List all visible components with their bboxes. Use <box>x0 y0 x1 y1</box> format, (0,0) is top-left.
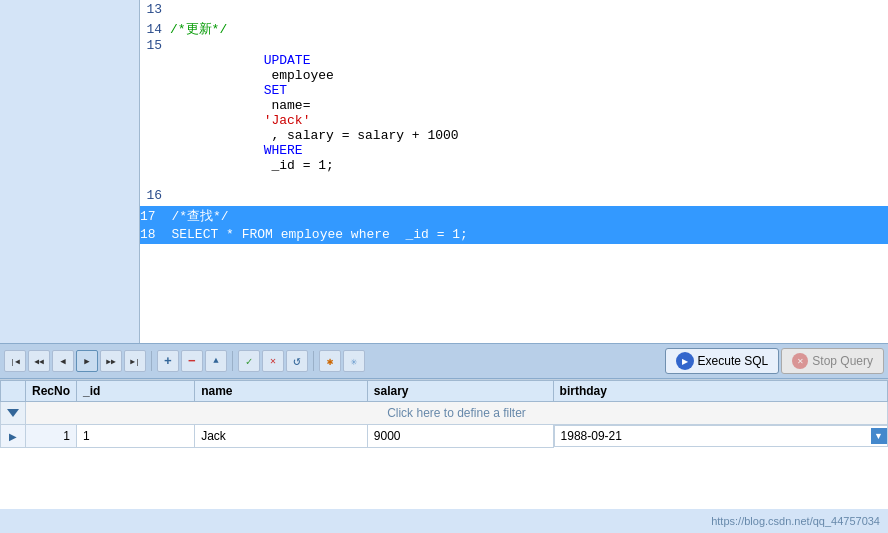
editor-panel: 13 14 /*更新*/ 15 UPDATE employee SET name <box>140 0 888 343</box>
app-container: 13 14 /*更新*/ 15 UPDATE employee SET name <box>0 0 888 533</box>
row-arrow-icon: ▶ <box>9 431 17 442</box>
status-url: https://blog.csdn.net/qq_44757034 <box>711 515 880 527</box>
cell-id: 1 <box>77 425 195 448</box>
move-up-button[interactable] <box>205 350 227 372</box>
toolbar: Execute SQL Stop Query <box>0 343 888 379</box>
next-next-button[interactable] <box>100 350 122 372</box>
stop-query-button[interactable]: Stop Query <box>781 348 884 374</box>
star2-button[interactable] <box>343 350 365 372</box>
code-line-14: 14 /*更新*/ <box>140 20 888 38</box>
col-header-id: _id <box>77 381 195 402</box>
stop-query-label: Stop Query <box>812 354 873 368</box>
refresh-button[interactable] <box>286 350 308 372</box>
toolbar-separator-1 <box>151 351 152 371</box>
col-header-salary: salary <box>367 381 553 402</box>
execute-sql-button[interactable]: Execute SQL <box>665 348 780 374</box>
prev-button[interactable] <box>52 350 74 372</box>
toolbar-separator-2 <box>232 351 233 371</box>
execute-icon <box>676 352 694 370</box>
add-record-button[interactable] <box>157 350 179 372</box>
bottom-status: https://blog.csdn.net/qq_44757034 <box>0 509 888 533</box>
data-table: RecNo _id name salary birthday Click her… <box>0 380 888 448</box>
results-area: RecNo _id name salary birthday Click her… <box>0 379 888 509</box>
cell-name: Jack <box>195 425 368 448</box>
prev-prev-button[interactable] <box>28 350 50 372</box>
code-line-15: 15 UPDATE employee SET name= 'Jack' , sa… <box>140 38 888 188</box>
first-record-button[interactable] <box>4 350 26 372</box>
row-arrow-cell: ▶ <box>1 425 26 448</box>
filter-row[interactable]: Click here to define a filter <box>1 402 888 425</box>
table-row: ▶ 1 1 Jack 9000 1988-09-21 ▼ <box>1 425 888 448</box>
table-header-row: RecNo _id name salary birthday <box>1 381 888 402</box>
cancel-button[interactable] <box>262 350 284 372</box>
remove-record-button[interactable] <box>181 350 203 372</box>
col-header-birthday: birthday <box>553 381 887 402</box>
cell-recno: 1 <box>26 425 77 448</box>
code-line-18: 18 SELECT * FROM employee where _id = 1; <box>140 226 888 244</box>
birthday-dropdown-button[interactable]: ▼ <box>871 428 887 444</box>
col-header-recno: RecNo <box>26 381 77 402</box>
code-line-13: 13 <box>140 2 888 20</box>
editor-area: 13 14 /*更新*/ 15 UPDATE employee SET name <box>0 0 888 343</box>
results-table: RecNo _id name salary birthday Click her… <box>0 380 888 509</box>
stop-icon <box>792 353 808 369</box>
col-header-arrow <box>1 381 26 402</box>
execute-sql-label: Execute SQL <box>698 354 769 368</box>
next-button[interactable] <box>76 350 98 372</box>
last-record-button[interactable] <box>124 350 146 372</box>
code-line-17: 17 /*查找*/ <box>140 206 888 226</box>
left-sidebar <box>0 0 140 343</box>
filter-arrow-cell <box>1 402 26 425</box>
filter-button[interactable] <box>319 350 341 372</box>
col-header-name: name <box>195 381 368 402</box>
filter-indicator <box>7 409 19 417</box>
cell-birthday: 1988-09-21 ▼ <box>554 425 888 447</box>
toolbar-separator-3 <box>313 351 314 371</box>
filter-placeholder-cell[interactable]: Click here to define a filter <box>26 402 888 425</box>
code-line-16: 16 <box>140 188 888 206</box>
birthday-value: 1988-09-21 <box>561 429 622 443</box>
cell-salary: 9000 <box>367 425 553 448</box>
confirm-button[interactable] <box>238 350 260 372</box>
code-editor[interactable]: 13 14 /*更新*/ 15 UPDATE employee SET name <box>140 0 888 343</box>
